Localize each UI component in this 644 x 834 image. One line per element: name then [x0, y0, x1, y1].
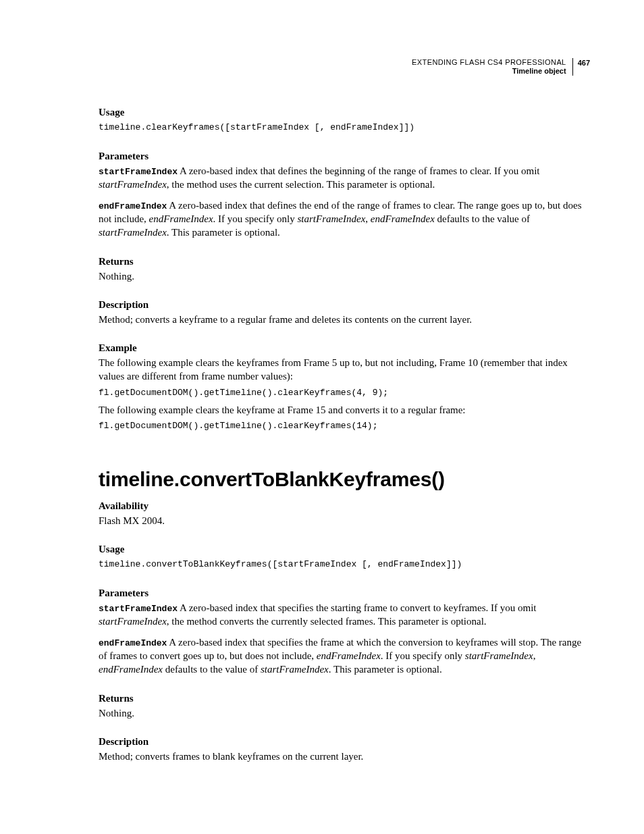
- heading-parameters: Parameters: [99, 151, 590, 162]
- param-ital: endFrameIndex: [149, 213, 213, 224]
- param-ital: startFrameIndex: [298, 213, 366, 224]
- param-text: A zero-based index that specifies the st…: [178, 602, 537, 613]
- param-ital: startFrameIndex: [261, 664, 329, 675]
- param-name: endFrameIndex: [99, 638, 167, 648]
- param-name: endFrameIndex: [99, 201, 167, 211]
- heading-parameters: Parameters: [99, 588, 590, 599]
- param-text: defaults to the value of: [163, 664, 261, 675]
- param-text: . This parameter is optional.: [329, 664, 442, 675]
- page: EXTENDING FLASH CS4 PROFESSIONAL Timelin…: [0, 0, 644, 820]
- api-title: timeline.convertToBlankKeyframes(): [99, 468, 590, 491]
- param-ital: startFrameIndex: [99, 179, 167, 190]
- param-text: . If you specify only: [381, 650, 465, 661]
- running-header: EXTENDING FLASH CS4 PROFESSIONAL Timelin…: [99, 58, 590, 76]
- heading-returns: Returns: [99, 693, 590, 704]
- description-body: Method; converts a keyframe to a regular…: [99, 313, 590, 326]
- code-example-2: fl.getDocumentDOM().getTimeline().clearK…: [99, 419, 590, 433]
- param-text: ,: [365, 213, 371, 224]
- param-ital: endFrameIndex: [317, 650, 381, 661]
- param-endframeindex: endFrameIndex A zero-based index that sp…: [99, 635, 590, 677]
- heading-description: Description: [99, 299, 590, 311]
- param-name: startFrameIndex: [99, 604, 178, 614]
- param-text: defaults to the value of: [435, 213, 530, 224]
- param-ital: startFrameIndex: [99, 227, 167, 238]
- description-body: Method; converts frames to blank keyfram…: [99, 750, 590, 763]
- param-ital: endFrameIndex: [371, 213, 435, 224]
- heading-example: Example: [99, 342, 590, 354]
- code-usage: timeline.convertToBlankKeyframes([startF…: [99, 558, 590, 571]
- code-example-1: fl.getDocumentDOM().getTimeline().clearK…: [99, 386, 590, 400]
- param-ital: startFrameIndex: [99, 616, 167, 627]
- heading-usage: Usage: [99, 544, 590, 555]
- running-header-text: EXTENDING FLASH CS4 PROFESSIONAL Timelin…: [412, 58, 573, 76]
- doc-title: EXTENDING FLASH CS4 PROFESSIONAL: [412, 58, 566, 67]
- page-number: 467: [573, 58, 590, 68]
- returns-body: Nothing.: [99, 706, 590, 720]
- heading-returns: Returns: [99, 256, 590, 267]
- example-intro-1: The following example clears the keyfram…: [99, 356, 590, 384]
- param-text: A zero-based index that defines the begi…: [178, 165, 540, 176]
- param-text: . This parameter is optional.: [167, 227, 280, 238]
- param-text: , the method converts the currently sele…: [167, 616, 487, 627]
- availability-body: Flash MX 2004.: [99, 514, 590, 527]
- returns-body: Nothing.: [99, 269, 590, 283]
- code-usage: timeline.clearKeyframes([startFrameIndex…: [99, 121, 590, 134]
- param-name: startFrameIndex: [99, 167, 178, 177]
- example-intro-2: The following example clears the keyfram…: [99, 403, 590, 417]
- param-ital: endFrameIndex: [99, 664, 163, 675]
- param-text: , the method uses the current selection.…: [167, 179, 435, 190]
- param-text: ,: [533, 650, 536, 661]
- param-endframeindex: endFrameIndex A zero-based index that de…: [99, 199, 590, 240]
- param-startframeindex: startFrameIndex A zero-based index that …: [99, 164, 590, 192]
- param-ital: startFrameIndex: [465, 650, 533, 661]
- param-startframeindex: startFrameIndex A zero-based index that …: [99, 601, 590, 629]
- heading-availability: Availability: [99, 500, 590, 512]
- doc-section: Timeline object: [412, 67, 566, 76]
- heading-description: Description: [99, 736, 590, 748]
- heading-usage: Usage: [99, 107, 590, 118]
- param-text: . If you specify only: [213, 213, 298, 224]
